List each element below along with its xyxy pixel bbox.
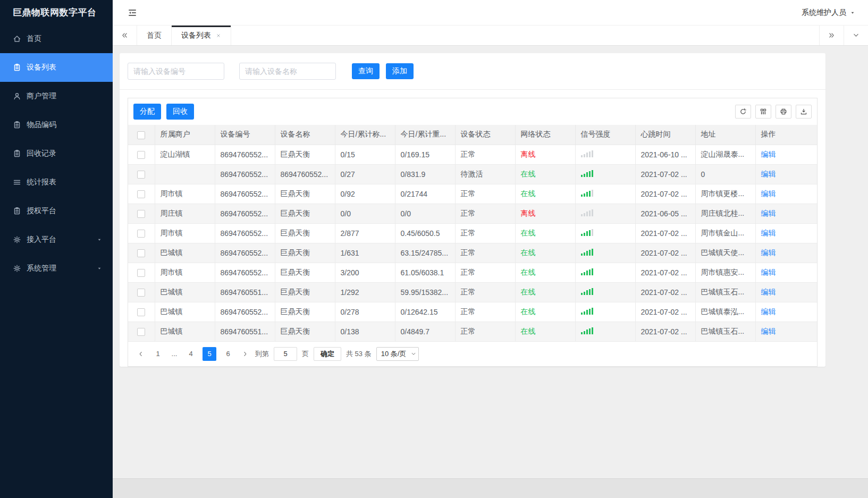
sidebar-item-label: 授权平台 [27, 206, 56, 216]
edit-link[interactable]: 编辑 [761, 170, 776, 178]
row-checkbox[interactable] [137, 230, 145, 238]
address-cell: 巴城镇天使... [695, 243, 755, 263]
sidebar-item-home[interactable]: 首页 [0, 24, 113, 53]
tab-device-list[interactable]: 设备列表 [172, 26, 231, 45]
device-name-cell: 巨鼎天衡 [275, 145, 335, 164]
signal-strength-icon [581, 327, 593, 334]
edit-link[interactable]: 编辑 [761, 288, 776, 296]
next-page-button[interactable] [240, 347, 250, 361]
prev-page-button[interactable] [136, 347, 146, 361]
close-icon[interactable] [216, 33, 221, 38]
device-table: 所属商户设备编号设备名称今日/累计称...今日/累计重...设备状态网络状态信号… [128, 125, 817, 342]
print-button[interactable] [776, 105, 791, 119]
row-checkbox[interactable] [137, 171, 145, 179]
today-count-cell: 0/138 [335, 322, 395, 341]
network-status: 在线 [521, 288, 536, 296]
sidebar-item-statistics-report[interactable]: 统计报表 [0, 168, 113, 197]
doc-icon [13, 63, 21, 72]
double-left-icon [121, 32, 128, 39]
page-unit-label: 页 [302, 349, 309, 359]
columns-button[interactable] [755, 105, 771, 119]
tabs-scroll-left-button[interactable] [113, 26, 137, 45]
user-menu[interactable]: 系统维护人员 [802, 8, 855, 18]
address-cell: 周市镇更楼... [695, 184, 755, 204]
row-checkbox[interactable] [137, 190, 145, 198]
column-header: 设备状态 [455, 125, 515, 145]
today-weight-cell: 0/0 [395, 204, 455, 223]
device-no-input[interactable] [128, 63, 224, 80]
sidebar-item-access-platform[interactable]: 接入平台 [0, 225, 113, 254]
signal-cell [575, 263, 635, 282]
edit-link[interactable]: 编辑 [761, 248, 776, 257]
pagination-page-4[interactable]: 4 [184, 347, 198, 361]
row-checkbox[interactable] [137, 269, 145, 277]
device-no-cell: 8694760552... [215, 145, 275, 164]
add-button[interactable]: 添加 [386, 63, 414, 79]
content: 查询 添加 分配 回收 所属商户设备编号设备名称今日/累计称...今日/累计重.… [113, 46, 868, 478]
sidebar-collapse-icon[interactable] [128, 8, 137, 18]
edit-link[interactable]: 编辑 [761, 209, 776, 217]
edit-link[interactable]: 编辑 [761, 307, 776, 316]
download-button[interactable] [796, 105, 812, 119]
address-cell: 巴城镇泰泓... [695, 302, 755, 322]
sidebar-item-recycle-records[interactable]: 回收记录 [0, 139, 113, 168]
device-name-input[interactable] [239, 63, 336, 80]
signal-strength-icon [581, 189, 593, 197]
recycle-button[interactable]: 回收 [166, 104, 194, 120]
device-name-cell: 巨鼎天衡 [275, 243, 335, 263]
network-status-cell: 在线 [515, 263, 575, 282]
action-cell: 编辑 [755, 302, 817, 322]
table-header-row: 所属商户设备编号设备名称今日/累计称...今日/累计重...设备状态网络状态信号… [128, 125, 817, 145]
row-checkbox[interactable] [137, 210, 145, 218]
page-size-select[interactable]: 10 条/页 [376, 347, 419, 361]
edit-link[interactable]: 编辑 [761, 229, 776, 237]
sidebar-item-device-list[interactable]: 设备列表 [0, 53, 113, 82]
signal-cell [575, 164, 635, 184]
tabs-menu-button[interactable] [844, 26, 868, 45]
tab-home[interactable]: 首页 [137, 26, 172, 45]
edit-link[interactable]: 编辑 [761, 150, 776, 158]
edit-link[interactable]: 编辑 [761, 189, 776, 198]
device-status-cell: 正常 [455, 263, 515, 282]
action-cell: 编辑 [755, 184, 817, 204]
row-checkbox[interactable] [137, 289, 145, 297]
confirm-button[interactable]: 确定 [314, 347, 341, 361]
select-all-checkbox[interactable] [137, 131, 145, 139]
pagination-page-1[interactable]: 1 [151, 347, 165, 361]
device-status-cell: 正常 [455, 223, 515, 243]
sidebar-item-merchant-management[interactable]: 商户管理 [0, 82, 113, 111]
device-name-cell: 巨鼎天衡 [275, 263, 335, 282]
network-status-cell: 在线 [515, 164, 575, 184]
row-select-cell [128, 263, 155, 282]
row-checkbox[interactable] [137, 249, 145, 257]
row-select-cell [128, 223, 155, 243]
caret-down-icon [97, 266, 102, 271]
merchant-cell: 淀山湖镇 [155, 145, 215, 164]
merchant-cell: 周市镇 [155, 263, 215, 282]
pagination-page-6[interactable]: 6 [221, 347, 235, 361]
row-checkbox[interactable] [137, 328, 145, 336]
network-status: 在线 [521, 248, 536, 257]
row-select-cell [128, 184, 155, 204]
double-right-icon [828, 32, 835, 39]
action-cell: 编辑 [755, 243, 817, 263]
row-checkbox[interactable] [137, 151, 145, 159]
assign-button[interactable]: 分配 [133, 104, 161, 120]
doc-icon [13, 207, 21, 215]
query-button[interactable]: 查询 [352, 63, 380, 79]
sidebar-item-label: 系统管理 [27, 264, 56, 273]
pagination-page-5[interactable]: 5 [203, 347, 216, 361]
row-checkbox[interactable] [137, 308, 145, 316]
goto-page-input[interactable] [274, 347, 297, 361]
refresh-button[interactable] [735, 105, 751, 119]
network-status: 在线 [521, 229, 536, 237]
tabs-scroll-right-button[interactable] [819, 26, 844, 45]
edit-link[interactable]: 编辑 [761, 327, 776, 335]
sidebar-item-item-code[interactable]: 物品编码 [0, 111, 113, 139]
heartbeat-cell: 2021-06-10 ... [635, 145, 695, 164]
sidebar-item-system-management[interactable]: 系统管理 [0, 254, 113, 283]
merchant-cell: 巴城镇 [155, 322, 215, 341]
sidebar-item-authorization-platform[interactable]: 授权平台 [0, 197, 113, 225]
edit-link[interactable]: 编辑 [761, 268, 776, 276]
signal-strength-icon [581, 288, 593, 295]
